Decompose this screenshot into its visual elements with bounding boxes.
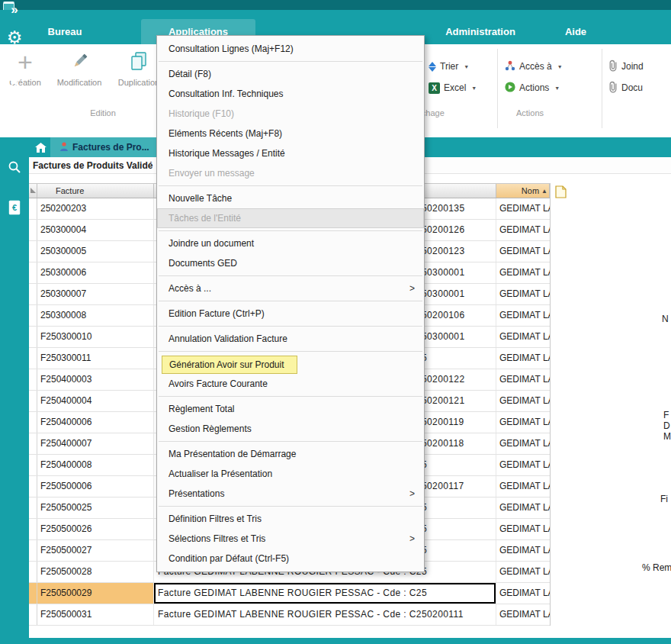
row-selector[interactable] [29,412,37,433]
menu-item[interactable]: Historique Messages / Entité [157,143,424,163]
menu-item[interactable]: Avoirs Facture Courante [157,374,424,394]
cell-facture[interactable]: 250300004 [37,220,154,240]
cell-nom[interactable]: GEDIMAT LABENNE [496,519,550,539]
cell-libelle[interactable]: Facture GEDIMAT LABENNE ROUGIER PESSAC -… [154,583,496,604]
modification-button[interactable]: Modification [50,46,108,87]
cell-nom[interactable]: GEDIMAT LABENNE [496,412,550,433]
row-selector[interactable] [29,519,37,539]
row-selector[interactable] [29,391,37,411]
cell-nom[interactable]: GEDIMAT LABENNE [496,220,550,240]
cell-facture[interactable]: F250300011 [37,348,154,369]
cell-nom[interactable]: GEDIMAT LABENNE [496,604,550,625]
note-page-icon[interactable] [555,185,567,201]
row-selector[interactable] [29,284,37,304]
cell-nom[interactable]: GEDIMAT LABENNE [496,562,550,582]
menu-item[interactable]: Condition par Défaut (Ctrl-F5) [157,549,424,568]
cell-nom[interactable]: GEDIMAT LABENNE [496,327,550,347]
row-selector[interactable] [29,497,37,518]
cell-nom[interactable]: GEDIMAT LABENNE [496,198,550,219]
cell-facture[interactable]: F250400004 [37,391,154,411]
menu-item[interactable]: Sélections Filtres et Tris [157,529,424,549]
row-selector[interactable] [29,583,37,604]
menu-item[interactable]: Génération Avoir sur Produit [157,354,424,374]
menu-item[interactable]: Eléments Récents (Maj+F8) [157,124,424,143]
cell-nom[interactable]: GEDIMAT LABENNE [496,455,550,475]
excel-button[interactable]: X Excel ▼ [429,79,477,96]
row-selector[interactable] [29,476,37,497]
menu-item[interactable]: Accès à ... [157,279,424,298]
cell-facture[interactable]: F250500029 [37,583,154,604]
cell-facture[interactable]: 250300007 [37,284,154,304]
cell-libelle[interactable]: Facture GEDIMAT LABENNE ROUGIER PESSAC -… [154,604,496,625]
menu-item[interactable]: Annulation Validation Facture [157,329,424,349]
cell-nom[interactable]: GEDIMAT LABENNE [496,262,550,283]
cell-nom[interactable]: GEDIMAT LABENNE [496,348,550,369]
menu-item[interactable]: Edition Facture (Ctrl+P) [157,304,424,324]
cell-nom[interactable]: GEDIMAT LABENNE [496,284,550,304]
menubar-tab-bureau[interactable]: Bureau [34,19,95,44]
search-icon[interactable] [0,160,29,177]
select-all-corner[interactable] [29,184,37,198]
cell-facture[interactable]: F250400003 [37,369,154,390]
cell-facture[interactable]: F250400006 [37,412,154,433]
row-selector[interactable] [29,433,37,454]
table-row[interactable]: F250500031Facture GEDIMAT LABENNE ROUGIE… [29,604,550,626]
menu-item[interactable]: Consultation Inf. Techniques [157,84,424,104]
row-selector[interactable] [29,369,37,390]
home-icon[interactable] [35,142,47,156]
menu-item[interactable]: Documents GED [157,253,424,273]
menu-item[interactable]: Présentations [157,484,424,504]
star-icon[interactable]: ★ [0,72,29,90]
row-selector[interactable] [29,327,37,347]
cell-facture[interactable]: 250300006 [37,262,154,283]
actions-button[interactable]: Actions ▼ [505,79,560,96]
row-selector[interactable] [29,241,37,262]
invoice-euro-icon[interactable]: € [0,200,29,218]
menu-item[interactable]: Règlement Total [157,399,424,419]
cell-facture[interactable]: F250400007 [37,433,154,454]
cell-facture[interactable]: F250500006 [37,476,154,497]
menu-item[interactable]: Gestion Règlements [157,419,424,439]
column-header-nom[interactable]: Nom ▲ [496,184,550,198]
trier-button[interactable]: Trier ▼ [429,58,469,75]
row-selector[interactable] [29,305,37,326]
acces-a-button[interactable]: Accès à ▼ [505,58,563,75]
row-selector[interactable] [29,220,37,240]
collapse-chevrons-icon[interactable]: » [0,0,29,20]
cell-nom[interactable]: GEDIMAT LABENNE [496,583,550,604]
cell-facture[interactable]: F250500026 [37,519,154,539]
row-selector[interactable] [29,198,37,219]
cell-nom[interactable]: GEDIMAT LABENNE [496,369,550,390]
documents-button[interactable]: Docu [608,79,643,96]
column-header-facture[interactable]: Facture [37,184,154,198]
cell-nom[interactable]: GEDIMAT LABENNE [496,305,550,326]
row-selector[interactable] [29,562,37,582]
cell-nom[interactable]: GEDIMAT LABENNE [496,540,550,561]
cell-facture[interactable]: F250400008 [37,455,154,475]
menu-item[interactable]: Nouvelle Tâche [157,188,424,208]
cell-nom[interactable]: GEDIMAT LABENNE [496,476,550,497]
menu-item[interactable]: Détail (F8) [157,64,424,84]
menu-item[interactable]: Définition Filtres et Tris [157,509,424,529]
menu-item[interactable]: Ma Présentation de Démarrage [157,444,424,464]
menubar-tab-aide[interactable]: Aide [545,19,606,44]
menu-item[interactable]: Joindre un document [157,233,424,253]
row-selector[interactable] [29,455,37,475]
cell-facture[interactable]: F250500027 [37,540,154,561]
tab-factures-de-produits[interactable]: Factures de Pro... [50,137,159,157]
menu-item[interactable]: Consultation Lignes (Maj+F12) [157,39,424,59]
gear-icon[interactable]: ⚙ [0,27,29,48]
table-row[interactable]: F250500029Facture GEDIMAT LABENNE ROUGIE… [29,583,550,604]
joindre-button[interactable]: Joind [608,58,644,75]
cell-nom[interactable]: GEDIMAT LABENNE [496,497,550,518]
cell-facture[interactable]: F250500031 [37,604,154,625]
row-selector[interactable] [29,348,37,369]
cell-facture[interactable]: 250200203 [37,198,154,219]
menubar-tab-administration[interactable]: Administration [423,19,538,44]
cell-facture[interactable]: F250500028 [37,562,154,582]
menu-item[interactable]: Actualiser la Présentation [157,464,424,484]
cell-facture[interactable]: F250300010 [37,327,154,347]
cell-facture[interactable]: 250300005 [37,241,154,262]
row-selector[interactable] [29,540,37,561]
cell-facture[interactable]: 250300008 [37,305,154,326]
